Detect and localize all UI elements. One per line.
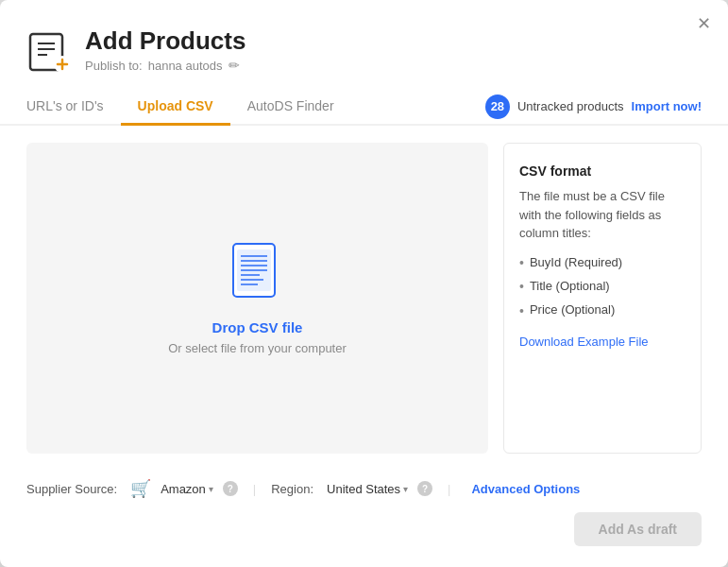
- chevron-down-icon-2: ▾: [403, 484, 408, 494]
- add-products-icon: [26, 28, 72, 74]
- footer: Add As draft: [0, 512, 728, 567]
- amazon-dropdown[interactable]: Amazon ▾: [161, 482, 213, 496]
- header-text: Add Products Publish to: hanna autods ✏: [85, 26, 245, 73]
- csv-format-desc: The file must be a CSV file with the fol…: [519, 187, 686, 243]
- region-help-icon[interactable]: ?: [417, 481, 432, 496]
- drop-zone[interactable]: Drop CSV file Or select file from your c…: [26, 143, 488, 454]
- supplier-help-icon[interactable]: ?: [223, 481, 238, 496]
- edit-icon[interactable]: ✏: [229, 58, 240, 73]
- bottom-bar: Supplier Source: 🛒 Amazon ▾ ? | Region: …: [0, 461, 728, 512]
- untracked-label: Untracked products: [517, 99, 624, 113]
- modal-header: Add Products Publish to: hanna autods ✏: [0, 0, 728, 74]
- csv-field-list: BuyId (Required) Title (Optional) Price …: [519, 252, 686, 321]
- content-area: Drop CSV file Or select file from your c…: [0, 126, 728, 454]
- tabs-row: URL's or ID's Upload CSV AutoDS Finder 2…: [0, 89, 728, 126]
- tab-autods-finder[interactable]: AutoDS Finder: [230, 89, 351, 126]
- region-value: United States: [327, 482, 400, 496]
- separator-2: |: [448, 482, 450, 496]
- chevron-down-icon: ▾: [209, 484, 213, 494]
- import-now-link[interactable]: Import now!: [632, 99, 702, 113]
- modal: ✕ Add Products Publish to: hanna autods …: [0, 0, 728, 567]
- amazon-label: Amazon: [161, 482, 206, 496]
- csv-format-panel: CSV format The file must be a CSV file w…: [503, 143, 702, 454]
- close-button[interactable]: ✕: [697, 15, 711, 32]
- publish-to-value: hanna autods: [148, 59, 223, 73]
- header-subtitle: Publish to: hanna autods ✏: [85, 58, 245, 73]
- untracked-badge: 28 Untracked products Import now!: [485, 94, 702, 119]
- untracked-count: 28: [485, 94, 510, 119]
- csv-icon: [231, 242, 284, 306]
- amazon-icon: 🛒: [130, 478, 151, 499]
- download-example-link[interactable]: Download Example File: [519, 335, 649, 349]
- drop-csv-label[interactable]: Drop CSV file: [212, 319, 303, 335]
- tab-urls-ids[interactable]: URL's or ID's: [26, 89, 121, 126]
- drop-sub-label: Or select file from your computer: [168, 341, 347, 355]
- region-label: Region:: [271, 482, 313, 496]
- list-item: BuyId (Required): [519, 252, 686, 273]
- tab-upload-csv[interactable]: Upload CSV: [121, 89, 230, 126]
- supplier-source-label: Supplier Source:: [26, 482, 117, 496]
- separator-1: |: [253, 482, 256, 496]
- list-item: Title (Optional): [519, 276, 686, 297]
- page-title: Add Products: [85, 26, 245, 56]
- list-item: Price (Optional): [519, 301, 686, 321]
- advanced-options-link[interactable]: Advanced Options: [471, 482, 580, 496]
- csv-format-title: CSV format: [519, 161, 686, 181]
- region-dropdown[interactable]: United States ▾: [327, 482, 408, 496]
- publish-to-label: Publish to:: [85, 59, 143, 73]
- add-as-draft-button[interactable]: Add As draft: [574, 512, 702, 546]
